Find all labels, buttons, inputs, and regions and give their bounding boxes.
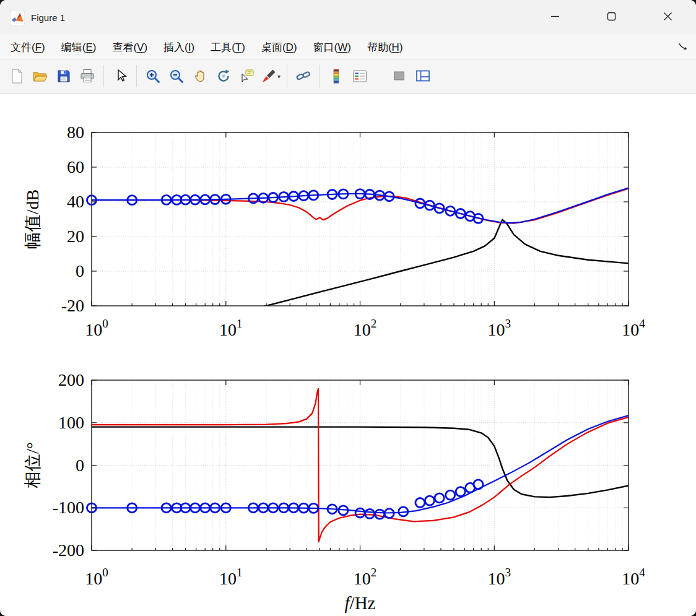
toolbar-separator xyxy=(136,65,137,87)
y-tick-label: 60 xyxy=(67,157,84,176)
bode-plot-svg[interactable]: 100101102103104806040200-20幅值/dB10010110… xyxy=(0,93,696,616)
rotate-3d-button[interactable] xyxy=(212,64,235,88)
menu-item-e[interactable]: 编辑(E) xyxy=(53,37,105,58)
open-file-icon xyxy=(32,68,48,84)
y-tick-label: -200 xyxy=(53,540,84,560)
matlab-icon xyxy=(10,11,25,25)
insert-legend-button[interactable] xyxy=(349,64,371,88)
x-tick-label: 103 xyxy=(488,317,511,339)
brush-icon xyxy=(261,68,277,84)
insert-colorbar-button[interactable] xyxy=(325,64,347,88)
y-tick-label: 40 xyxy=(67,192,84,211)
y-tick-label: 100 xyxy=(58,413,84,432)
y-tick-label: 0 xyxy=(76,261,84,280)
data-cursor-icon xyxy=(239,68,255,84)
menu-item-f[interactable]: 文件(F) xyxy=(2,37,53,58)
hide-plot-tools-button[interactable] xyxy=(388,64,411,88)
open-file-button[interactable] xyxy=(29,64,51,88)
data-cursor-button[interactable] xyxy=(236,64,258,88)
toolbar-separator xyxy=(320,65,320,87)
minimize-button[interactable] xyxy=(527,0,583,35)
x-tick-label: 101 xyxy=(219,317,243,339)
menu-item-i[interactable]: 插入(I) xyxy=(155,37,202,58)
pan-button[interactable] xyxy=(189,64,211,88)
maximize-button[interactable] xyxy=(583,0,640,35)
y-axis-label: 幅值/dB xyxy=(23,189,42,249)
toolbar-separator xyxy=(103,65,104,87)
x-tick-label: 104 xyxy=(622,317,645,339)
zoom-out-icon xyxy=(168,68,185,84)
x-axis-label: f/Hz xyxy=(345,593,376,613)
show-plot-tools-button[interactable] xyxy=(412,64,434,88)
phase-plot: 1001011021031042001000-100-200相位/°f/Hz xyxy=(23,370,645,613)
pointer-icon xyxy=(112,68,128,84)
pointer-button[interactable] xyxy=(109,64,131,88)
pan-icon xyxy=(192,68,208,84)
new-figure-button[interactable] xyxy=(6,64,28,88)
y-tick-label: -100 xyxy=(53,498,84,517)
link-plot-icon xyxy=(295,68,311,84)
y-axis-label: 相位/° xyxy=(23,442,42,488)
menu-item-t[interactable]: 工具(T) xyxy=(202,37,253,58)
print-figure-icon xyxy=(79,68,95,84)
menu-items: 文件(F)编辑(E)查看(V)插入(I)工具(T)桌面(D)窗口(W)帮助(H) xyxy=(2,37,411,58)
x-tick-label: 102 xyxy=(354,317,377,339)
x-tick-label: 101 xyxy=(219,566,243,588)
window-controls xyxy=(527,0,696,35)
menu-item-w[interactable]: 窗口(W) xyxy=(305,37,359,58)
brush-dropdown-caret-icon[interactable]: ▾ xyxy=(277,73,281,80)
toolbar: ▾ xyxy=(0,59,696,93)
zoom-in-button[interactable] xyxy=(142,64,164,88)
toolbar-separator xyxy=(287,65,287,87)
y-tick-label: 20 xyxy=(67,227,84,246)
titlebar[interactable]: Figure 1 xyxy=(0,0,696,35)
rotate-3d-icon xyxy=(215,68,232,84)
hide-plot-tools-icon xyxy=(391,68,407,84)
brush-button[interactable]: ▾ xyxy=(259,64,282,88)
menu-item-h[interactable]: 帮助(H) xyxy=(359,37,411,58)
zoom-out-button[interactable] xyxy=(165,64,188,88)
magnitude-plot: 100101102103104806040200-20幅值/dB xyxy=(23,123,645,339)
x-tick-label: 104 xyxy=(622,566,645,588)
new-figure-icon xyxy=(9,68,25,84)
show-plot-tools-icon xyxy=(415,68,431,84)
insert-legend-icon xyxy=(352,68,368,84)
y-tick-label: 200 xyxy=(58,370,84,389)
y-tick-label: -20 xyxy=(61,296,84,315)
close-button[interactable] xyxy=(640,0,696,35)
figure-canvas: 100101102103104806040200-20幅值/dB10010110… xyxy=(0,93,696,616)
minimize-icon xyxy=(550,12,560,24)
x-tick-label: 100 xyxy=(85,566,108,588)
link-plot-button[interactable] xyxy=(292,64,315,88)
figure-window: Figure 1 文件(F)编辑(E)查看(V)插入(I)工具(T)桌面(D)窗… xyxy=(0,0,696,616)
window-title: Figure 1 xyxy=(31,12,65,23)
zoom-in-icon xyxy=(145,68,161,84)
menu-item-v[interactable]: 查看(V) xyxy=(104,37,155,58)
x-tick-label: 100 xyxy=(85,317,108,339)
save-figure-button[interactable] xyxy=(53,64,75,88)
insert-colorbar-icon xyxy=(328,68,344,84)
close-icon xyxy=(663,12,672,24)
save-figure-icon xyxy=(56,68,72,84)
dock-arrow-icon[interactable] xyxy=(677,41,689,53)
print-figure-button[interactable] xyxy=(76,64,98,88)
menubar: 文件(F)编辑(E)查看(V)插入(I)工具(T)桌面(D)窗口(W)帮助(H) xyxy=(0,35,696,59)
menu-item-d[interactable]: 桌面(D) xyxy=(253,37,305,58)
y-tick-label: 0 xyxy=(76,456,84,475)
y-tick-label: 80 xyxy=(67,123,84,142)
x-tick-label: 103 xyxy=(488,566,511,588)
x-tick-label: 102 xyxy=(354,566,377,588)
maximize-icon xyxy=(607,12,616,24)
